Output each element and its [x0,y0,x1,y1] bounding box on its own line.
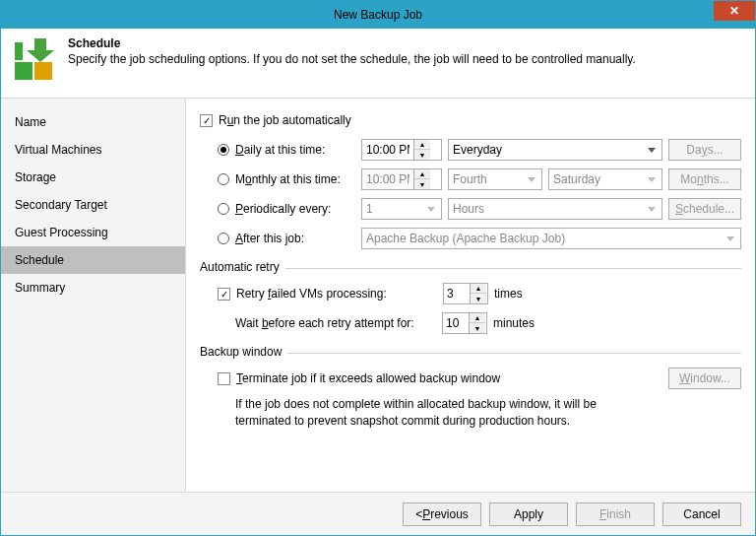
sidebar-item-virtual-machines[interactable]: Virtual Machines [1,136,185,164]
periodically-label: Periodically every: [235,202,361,216]
backup-window-group-label: Backup window [200,345,282,359]
run-automatically-label: Run the job automatically [219,113,351,127]
schedule-button: Schedule... [668,198,741,220]
sidebar-item-secondary-target[interactable]: Secondary Target [1,191,185,219]
terminate-checkbox[interactable] [218,372,230,385]
header-subtitle: Specify the job scheduling options. If y… [68,52,636,66]
sidebar-item-schedule[interactable]: Schedule [1,246,185,274]
periodic-value-select: 1 [361,198,442,220]
run-automatically-checkbox[interactable]: ✓ [200,114,213,127]
schedule-icon [11,36,58,84]
after-job-label: After this job: [235,232,361,245]
terminate-label: Terminate job if it exceeds allowed back… [236,371,668,385]
retry-label: Retry failed VMs processing: [236,287,443,301]
divider [287,353,741,354]
spin-up-icon[interactable]: ▲ [471,284,486,294]
minutes-label: minutes [493,316,535,330]
sidebar-item-storage[interactable]: Storage [1,164,185,191]
monthly-ordinal-select: Fourth [448,168,542,190]
retry-checkbox[interactable]: ✓ [218,288,230,301]
wizard-sidebar: Name Virtual Machines Storage Secondary … [1,99,186,493]
periodic-unit-select: Hours [448,198,662,220]
svg-rect-1 [34,62,52,80]
divider [285,268,741,269]
spin-down-icon: ▼ [414,179,430,189]
periodically-radio[interactable] [218,203,229,215]
spin-down-icon[interactable]: ▼ [470,323,485,333]
window-button: Window... [668,368,741,389]
page-header: Schedule Specify the job scheduling opti… [1,29,755,99]
sidebar-item-name[interactable]: Name [1,108,185,136]
daily-label: Daily at this time: [235,143,361,157]
svg-rect-0 [15,62,32,80]
svg-rect-2 [15,42,23,60]
spin-down-icon[interactable]: ▼ [414,150,430,160]
cancel-button[interactable]: Cancel [662,502,741,526]
daily-frequency-select[interactable]: Everyday [448,139,662,161]
previous-button[interactable]: < Previous [403,502,481,526]
finish-button: Finish [576,502,655,526]
retry-count-input[interactable]: ▲▼ [443,283,488,304]
content-pane: ✓ Run the job automatically Daily at thi… [186,99,755,493]
spin-down-icon[interactable]: ▼ [471,294,486,303]
wizard-footer: < Previous Apply Finish Cancel [1,492,755,535]
window-title: New Backup Job [334,8,422,22]
wait-value-input[interactable]: ▲▼ [442,312,487,334]
sidebar-item-guest-processing[interactable]: Guest Processing [1,219,185,246]
daily-radio[interactable] [218,144,229,156]
apply-button[interactable]: Apply [489,502,568,526]
months-button: Months... [668,168,741,190]
spin-up-icon: ▲ [414,169,430,179]
after-job-select: Apache Backup (Apache Backup Job) [361,228,741,249]
days-button: Days... [668,139,741,161]
titlebar: New Backup Job ✕ [1,1,755,29]
monthly-label: Monthly at this time: [235,172,361,186]
monthly-radio[interactable] [218,173,229,185]
spin-up-icon[interactable]: ▲ [470,313,485,323]
sidebar-item-summary[interactable]: Summary [1,274,185,302]
close-button[interactable]: ✕ [714,1,755,21]
daily-time-input[interactable]: ▲▼ [361,139,442,161]
spin-up-icon[interactable]: ▲ [414,140,430,150]
monthly-day-select: Saturday [548,168,662,190]
dialog-window: New Backup Job ✕ Schedule Specify the jo… [0,0,756,536]
times-label: times [494,287,523,301]
header-title: Schedule [68,36,636,50]
backup-window-hint: If the job does not complete within allo… [200,396,613,430]
after-job-radio[interactable] [218,233,229,244]
monthly-time-input: ▲▼ [361,168,442,190]
wait-label: Wait before each retry attempt for: [235,316,442,330]
retry-group-label: Automatic retry [200,260,280,274]
